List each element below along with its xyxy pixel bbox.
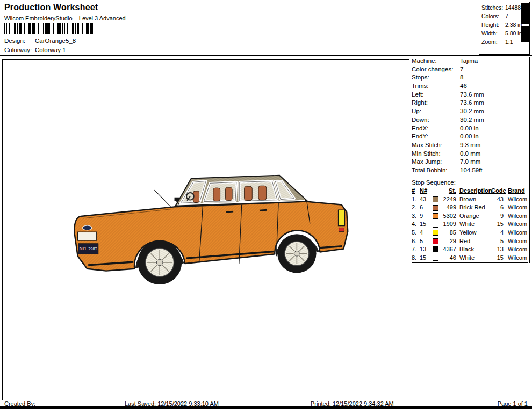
machine-info-label: Trims: <box>412 82 460 91</box>
machine-info-value: 8 <box>460 74 528 82</box>
thread-stitches: 29 <box>440 237 457 246</box>
thread-description: Black <box>457 245 491 254</box>
thread-swatch <box>433 196 438 202</box>
design-stats-box: Stitches: 14488 Colors: 7 Height: 2.38 i… <box>479 2 530 55</box>
thread-num: 4. <box>412 220 420 229</box>
machine-info-label: Color changes: <box>412 65 460 74</box>
design-name-value: CarOrange5_8 <box>35 38 76 44</box>
design-name-label: Design: <box>4 38 35 44</box>
thread-needle: 15 <box>420 254 431 262</box>
thread-needle: 15 <box>420 220 431 229</box>
headlight <box>78 232 97 240</box>
thread-description: Brown <box>457 195 491 204</box>
printer-calibration-mark <box>521 26 529 42</box>
machine-info-value: Tajima <box>460 57 528 65</box>
thread-needle: 5 <box>420 237 431 246</box>
footer-divider <box>0 400 532 400</box>
thread-swatch <box>433 255 438 261</box>
thread-num: 6. <box>412 237 420 246</box>
column-header-description: Description <box>457 187 491 195</box>
printer-calibration-mark <box>521 3 529 24</box>
thread-needle: 43 <box>420 195 431 204</box>
colorway-label: Colorway: <box>4 47 35 53</box>
machine-info-label: Left: <box>412 91 460 99</box>
machine-info-label: EndY: <box>412 133 460 141</box>
stat-label: Stitches: <box>481 4 505 12</box>
front-wheel-hub <box>156 259 163 266</box>
thread-brand: Wilcom <box>505 203 527 212</box>
rear-signal-yellow <box>339 210 345 225</box>
machine-info-value: 73.6 mm <box>460 99 528 107</box>
side-mirror <box>175 198 179 201</box>
thread-stitches: 5302 <box>440 212 457 221</box>
thread-description: Orange <box>457 212 491 221</box>
stop-sequence-header: # N# St. Description Code Brand <box>412 187 528 195</box>
thread-num: 3. <box>412 212 420 221</box>
machine-info-row: Total Bobbin: 104.59ft <box>412 166 528 175</box>
thread-row: 5. 4 85 Yellow 4 Wilcom <box>412 229 528 237</box>
thread-brand: Wilcom <box>505 212 527 221</box>
column-header-code: Code <box>491 187 505 195</box>
machine-info-value: 7.0 mm <box>460 158 528 166</box>
rear-wheel <box>277 234 316 273</box>
thread-stitches: 85 <box>440 229 457 237</box>
machine-info-label: Stops: <box>412 74 460 82</box>
machine-info-row: Stops: 8 <box>412 74 528 82</box>
machine-info-label: Max Stitch: <box>412 141 460 150</box>
machine-info-row: Machine: Tajima <box>412 57 528 65</box>
column-header-needle: N# <box>420 187 431 195</box>
machine-info-row: EndX: 0.00 in <box>412 125 528 133</box>
machine-info-row: Right: 73.6 mm <box>412 99 528 107</box>
thread-swatch <box>433 238 438 244</box>
thread-row: 1. 43 2249 Brown 43 Wilcom <box>412 195 528 204</box>
header-divider <box>0 55 532 56</box>
thread-code: 4 <box>491 229 505 237</box>
design-barcode <box>4 23 96 34</box>
machine-info-row: EndY: 0.00 in <box>412 133 528 141</box>
machine-info-row: Down: 30.2 mm <box>412 116 528 125</box>
thread-swatch <box>433 213 438 219</box>
machine-info-row: Up: 30.2 mm <box>412 107 528 116</box>
colorway-value: Colorway 1 <box>35 47 66 53</box>
machine-info-value: 0.0 mm <box>460 150 528 158</box>
machine-info-row: Left: 73.6 mm <box>412 91 528 99</box>
machine-info-label: Total Bobbin: <box>412 166 460 175</box>
thread-stitches: 2249 <box>440 195 457 204</box>
thread-stitches: 4367 <box>440 245 457 254</box>
machine-info-label: Machine: <box>412 57 460 65</box>
machine-info-value: 73.6 mm <box>460 91 528 99</box>
thread-needle: 6 <box>420 203 431 212</box>
design-canvas: DHJ 298T <box>2 59 409 400</box>
thread-swatch <box>433 222 438 228</box>
machine-info-label: Right: <box>412 99 460 107</box>
machine-info-label: Min Stitch: <box>412 150 460 158</box>
thread-num: 8. <box>412 254 420 262</box>
column-header-brand: Brand <box>505 187 527 195</box>
license-plate-text: DHJ 298T <box>80 247 97 252</box>
machine-info-value: 104.59ft <box>460 166 528 175</box>
thread-code: 5 <box>491 237 505 246</box>
machine-info-panel: Machine: Tajima Color changes: 7 Stops: … <box>412 57 530 263</box>
stat-label: Height: <box>481 21 505 30</box>
page-title: Production Worksheet <box>4 3 98 12</box>
thread-needle: 9 <box>420 212 431 221</box>
thread-description: Brick Red <box>457 203 491 212</box>
machine-info-row: Max Jump: 7.0 mm <box>412 158 528 166</box>
bottom-black-bar <box>0 406 532 409</box>
machine-info-value: 9.3 mm <box>460 141 528 150</box>
thread-num: 5. <box>412 229 420 237</box>
thread-code: 15 <box>491 220 505 229</box>
thread-num: 2. <box>412 203 420 212</box>
thread-description: Red <box>457 237 491 246</box>
thread-code: 43 <box>491 195 505 204</box>
column-header-stitches: St. <box>440 187 457 195</box>
machine-info-value: 30.2 mm <box>460 107 528 116</box>
rear-wheel-hub <box>294 251 299 256</box>
thread-swatch <box>433 205 438 211</box>
stop-sequence-title: Stop Sequence: <box>412 178 528 187</box>
thread-description: Yellow <box>457 229 491 237</box>
machine-info-label: Up: <box>412 107 460 116</box>
stat-label: Width: <box>481 30 505 38</box>
machine-info-label: Down: <box>412 116 460 125</box>
thread-swatch <box>433 230 438 236</box>
